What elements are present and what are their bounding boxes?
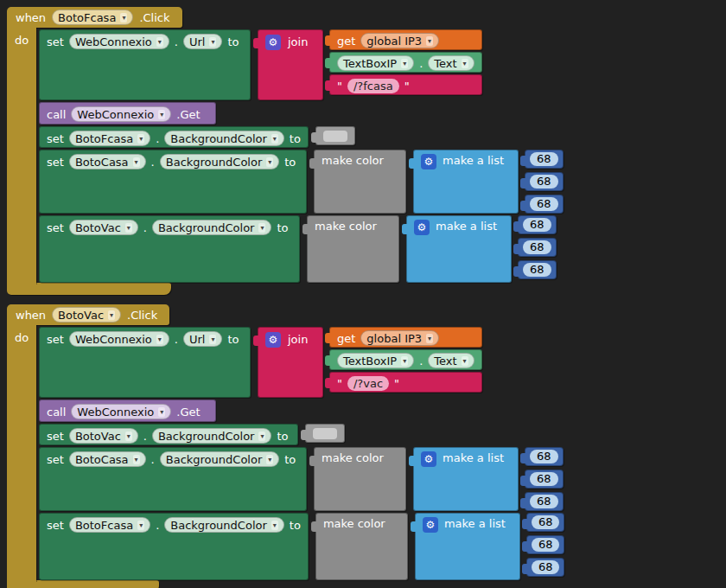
number-value[interactable]: 68 — [530, 495, 558, 508]
color-light-gray-block[interactable] — [315, 126, 355, 145]
get-variable-block[interactable]: get global IP3▾ — [329, 29, 482, 50]
set-background-block[interactable]: set BotoFcasa▾ . BackgroundColor▾ to — [39, 126, 309, 148]
statement-set-url[interactable]: set WebConnexio▾ . Url▾ to ⚙ join — [39, 327, 564, 398]
make-a-list-block[interactable]: ⚙ make a list — [413, 150, 519, 214]
property-dropdown[interactable]: Url▾ — [183, 34, 223, 49]
component-dropdown[interactable]: BotoVac▾ — [69, 220, 138, 235]
number-value[interactable]: 68 — [530, 472, 558, 486]
number-block[interactable]: 68 — [526, 513, 565, 532]
statement-set-makecolor[interactable]: set BotoCasa▾ . BackgroundColor▾ to make… — [39, 447, 564, 511]
number-value[interactable]: 68 — [523, 218, 551, 232]
property-dropdown[interactable]: Text▾ — [428, 353, 474, 368]
component-dropdown[interactable]: BotoCasa▾ — [69, 451, 146, 467]
property-dropdown[interactable]: Url▾ — [183, 331, 223, 347]
number-block[interactable]: 68 — [525, 492, 564, 511]
statement-set-url[interactable]: set WebConnexio▾ . Url▾ to ⚙ join — [39, 29, 564, 100]
component-dropdown[interactable]: BotoFcasa▾ — [69, 517, 150, 533]
component-dropdown[interactable]: WebConnexio▾ — [71, 404, 171, 419]
number-block[interactable]: 68 — [518, 238, 557, 257]
join-block[interactable]: ⚙ join — [258, 327, 323, 398]
text-string-block[interactable]: " /?fcasa " — [329, 74, 482, 95]
number-value[interactable]: 68 — [523, 240, 551, 254]
variable-dropdown[interactable]: global IP3▾ — [360, 33, 439, 48]
string-value-field[interactable]: /?vac — [347, 376, 389, 391]
number-value[interactable]: 68 — [532, 515, 560, 529]
number-block[interactable]: 68 — [526, 535, 565, 554]
component-dropdown[interactable]: TextBoxIP▾ — [337, 55, 414, 71]
component-dropdown[interactable]: WebConnexio▾ — [71, 106, 171, 122]
statement-set-makecolor[interactable]: set BotoFcasa▾ . BackgroundColor▾ to mak… — [39, 513, 564, 580]
component-getter-block[interactable]: TextBoxIP▾ . Text▾ — [329, 349, 482, 370]
statement-call-get[interactable]: call WebConnexio▾ .Get — [39, 399, 564, 422]
component-dropdown[interactable]: BotoCasa▾ — [69, 154, 146, 169]
statement-set-swatch[interactable]: set BotoFcasa▾ . BackgroundColor▾ to — [39, 126, 564, 148]
set-background-block[interactable]: set BotoCasa▾ . BackgroundColor▾ to — [39, 447, 307, 511]
set-background-block[interactable]: set BotoVac▾ . BackgroundColor▾ to — [39, 424, 298, 445]
text-string-block[interactable]: " /?vac " — [329, 372, 482, 393]
set-background-block[interactable]: set BotoFcasa▾ . BackgroundColor▾ to — [39, 513, 309, 580]
join-block[interactable]: ⚙ join — [258, 29, 323, 100]
set-background-block[interactable]: set BotoVac▾ . BackgroundColor▾ to — [39, 215, 300, 283]
call-block[interactable]: call WebConnexio▾ .Get — [39, 399, 216, 422]
event-block-botofcasa-click[interactable]: when BotoFcasa ▾ .Click do set WebConnex… — [7, 7, 564, 295]
string-value-field[interactable]: /?fcasa — [347, 79, 399, 93]
number-value[interactable]: 68 — [530, 197, 558, 211]
blocks-workspace[interactable]: when BotoFcasa ▾ .Click do set WebConnex… — [0, 0, 726, 588]
make-color-block[interactable]: make color — [315, 513, 408, 580]
component-dropdown[interactable]: WebConnexio▾ — [69, 331, 169, 347]
mutator-gear-icon[interactable]: ⚙ — [414, 220, 430, 235]
number-block[interactable]: 68 — [525, 195, 564, 214]
number-value[interactable]: 68 — [532, 538, 560, 552]
mutator-gear-icon[interactable]: ⚙ — [421, 154, 436, 169]
component-dropdown[interactable]: BotoFcasa▾ — [69, 131, 150, 146]
statement-set-makecolor[interactable]: set BotoCasa▾ . BackgroundColor▾ to make… — [39, 150, 564, 214]
set-url-block[interactable]: set WebConnexio▾ . Url▾ to — [39, 327, 251, 398]
set-background-block[interactable]: set BotoCasa▾ . BackgroundColor▾ to — [39, 150, 307, 214]
color-light-gray-block[interactable] — [305, 424, 345, 443]
component-dropdown[interactable]: WebConnexio▾ — [69, 34, 169, 49]
number-block[interactable]: 68 — [525, 447, 564, 466]
statement-set-swatch[interactable]: set BotoVac▾ . BackgroundColor▾ to — [39, 424, 564, 445]
event-header[interactable]: when BotoFcasa ▾ .Click — [7, 7, 182, 28]
property-dropdown[interactable]: BackgroundColor▾ — [152, 428, 272, 444]
make-a-list-block[interactable]: ⚙ make a list — [413, 447, 519, 511]
event-component-dropdown[interactable]: BotoFcasa ▾ — [52, 10, 133, 25]
number-value[interactable]: 68 — [530, 450, 558, 463]
component-dropdown[interactable]: BotoVac▾ — [69, 428, 138, 444]
event-block-botovac-click[interactable]: when BotoVac ▾ .Click do set WebConnexio… — [7, 304, 564, 588]
property-dropdown[interactable]: BackgroundColor▾ — [164, 131, 284, 146]
make-color-block[interactable]: make color — [314, 447, 406, 511]
call-block[interactable]: call WebConnexio▾ .Get — [39, 102, 216, 125]
number-block[interactable]: 68 — [525, 470, 564, 489]
number-block[interactable]: 68 — [526, 558, 565, 577]
number-value[interactable]: 68 — [530, 152, 558, 166]
property-dropdown[interactable]: BackgroundColor▾ — [164, 517, 284, 533]
number-value[interactable]: 68 — [523, 263, 551, 277]
component-dropdown[interactable]: TextBoxIP▾ — [337, 353, 414, 368]
make-color-block[interactable]: make color — [307, 215, 399, 283]
number-block[interactable]: 68 — [525, 172, 564, 191]
get-variable-block[interactable]: get global IP3▾ — [329, 327, 482, 348]
mutator-gear-icon[interactable]: ⚙ — [265, 35, 281, 50]
number-block[interactable]: 68 — [518, 215, 557, 234]
event-header[interactable]: when BotoVac ▾ .Click — [7, 304, 169, 325]
number-value[interactable]: 68 — [532, 560, 560, 574]
event-component-dropdown[interactable]: BotoVac ▾ — [52, 307, 121, 323]
make-color-block[interactable]: make color — [314, 150, 406, 214]
number-value[interactable]: 68 — [530, 175, 558, 189]
number-block[interactable]: 68 — [518, 260, 557, 279]
mutator-gear-icon[interactable]: ⚙ — [421, 451, 436, 467]
statement-call-get[interactable]: call WebConnexio▾ .Get — [39, 102, 564, 125]
mutator-gear-icon[interactable]: ⚙ — [423, 517, 438, 533]
mutator-gear-icon[interactable]: ⚙ — [265, 332, 281, 348]
property-dropdown[interactable]: Text▾ — [428, 55, 474, 71]
property-dropdown[interactable]: BackgroundColor▾ — [152, 220, 272, 235]
variable-dropdown[interactable]: global IP3▾ — [360, 330, 439, 346]
number-block[interactable]: 68 — [525, 150, 564, 169]
property-dropdown[interactable]: BackgroundColor▾ — [160, 451, 280, 467]
set-url-block[interactable]: set WebConnexio▾ . Url▾ to — [39, 29, 251, 100]
property-dropdown[interactable]: BackgroundColor▾ — [160, 154, 280, 169]
statement-set-makecolor[interactable]: set BotoVac▾ . BackgroundColor▾ to make … — [39, 215, 564, 283]
make-a-list-block[interactable]: ⚙ make a list — [415, 513, 520, 580]
make-a-list-block[interactable]: ⚙ make a list — [406, 215, 512, 283]
